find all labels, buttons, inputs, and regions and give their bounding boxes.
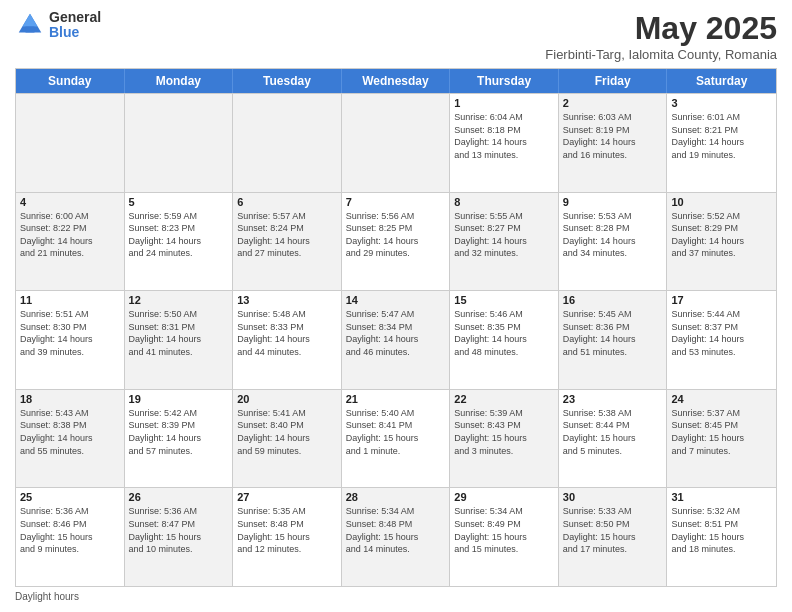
daylight-label: Daylight hours bbox=[15, 591, 79, 602]
day-info: Sunrise: 5:46 AM Sunset: 8:35 PM Dayligh… bbox=[454, 308, 554, 358]
day-number: 21 bbox=[346, 393, 446, 405]
day-number: 12 bbox=[129, 294, 229, 306]
calendar: SundayMondayTuesdayWednesdayThursdayFrid… bbox=[15, 68, 777, 587]
calendar-cell-day-17: 17Sunrise: 5:44 AM Sunset: 8:37 PM Dayli… bbox=[667, 291, 776, 389]
day-info: Sunrise: 6:01 AM Sunset: 8:21 PM Dayligh… bbox=[671, 111, 772, 161]
month-title: May 2025 bbox=[545, 10, 777, 47]
calendar-cell-day-22: 22Sunrise: 5:39 AM Sunset: 8:43 PM Dayli… bbox=[450, 390, 559, 488]
calendar-cell-day-30: 30Sunrise: 5:33 AM Sunset: 8:50 PM Dayli… bbox=[559, 488, 668, 586]
calendar-cell-empty bbox=[233, 94, 342, 192]
calendar-cell-day-10: 10Sunrise: 5:52 AM Sunset: 8:29 PM Dayli… bbox=[667, 193, 776, 291]
calendar-cell-day-8: 8Sunrise: 5:55 AM Sunset: 8:27 PM Daylig… bbox=[450, 193, 559, 291]
calendar-header: SundayMondayTuesdayWednesdayThursdayFrid… bbox=[16, 69, 776, 93]
weekday-header-wednesday: Wednesday bbox=[342, 69, 451, 93]
day-number: 8 bbox=[454, 196, 554, 208]
svg-marker-1 bbox=[23, 14, 38, 27]
day-info: Sunrise: 5:48 AM Sunset: 8:33 PM Dayligh… bbox=[237, 308, 337, 358]
day-info: Sunrise: 5:38 AM Sunset: 8:44 PM Dayligh… bbox=[563, 407, 663, 457]
day-info: Sunrise: 6:04 AM Sunset: 8:18 PM Dayligh… bbox=[454, 111, 554, 161]
day-info: Sunrise: 5:42 AM Sunset: 8:39 PM Dayligh… bbox=[129, 407, 229, 457]
calendar-cell-day-21: 21Sunrise: 5:40 AM Sunset: 8:41 PM Dayli… bbox=[342, 390, 451, 488]
calendar-cell-day-15: 15Sunrise: 5:46 AM Sunset: 8:35 PM Dayli… bbox=[450, 291, 559, 389]
day-info: Sunrise: 6:03 AM Sunset: 8:19 PM Dayligh… bbox=[563, 111, 663, 161]
day-number: 2 bbox=[563, 97, 663, 109]
day-number: 10 bbox=[671, 196, 772, 208]
day-info: Sunrise: 5:50 AM Sunset: 8:31 PM Dayligh… bbox=[129, 308, 229, 358]
title-section: May 2025 Fierbinti-Targ, Ialomita County… bbox=[545, 10, 777, 62]
day-number: 29 bbox=[454, 491, 554, 503]
calendar-body: 1Sunrise: 6:04 AM Sunset: 8:18 PM Daylig… bbox=[16, 93, 776, 586]
calendar-cell-day-26: 26Sunrise: 5:36 AM Sunset: 8:47 PM Dayli… bbox=[125, 488, 234, 586]
logo: General Blue bbox=[15, 10, 101, 41]
calendar-cell-empty bbox=[125, 94, 234, 192]
day-info: Sunrise: 5:52 AM Sunset: 8:29 PM Dayligh… bbox=[671, 210, 772, 260]
day-number: 20 bbox=[237, 393, 337, 405]
day-info: Sunrise: 5:37 AM Sunset: 8:45 PM Dayligh… bbox=[671, 407, 772, 457]
weekday-header-thursday: Thursday bbox=[450, 69, 559, 93]
weekday-header-tuesday: Tuesday bbox=[233, 69, 342, 93]
calendar-cell-day-23: 23Sunrise: 5:38 AM Sunset: 8:44 PM Dayli… bbox=[559, 390, 668, 488]
location-subtitle: Fierbinti-Targ, Ialomita County, Romania bbox=[545, 47, 777, 62]
calendar-cell-day-3: 3Sunrise: 6:01 AM Sunset: 8:21 PM Daylig… bbox=[667, 94, 776, 192]
day-number: 24 bbox=[671, 393, 772, 405]
calendar-row-2: 4Sunrise: 6:00 AM Sunset: 8:22 PM Daylig… bbox=[16, 192, 776, 291]
day-number: 26 bbox=[129, 491, 229, 503]
day-number: 27 bbox=[237, 491, 337, 503]
day-number: 5 bbox=[129, 196, 229, 208]
calendar-row-1: 1Sunrise: 6:04 AM Sunset: 8:18 PM Daylig… bbox=[16, 93, 776, 192]
day-info: Sunrise: 5:51 AM Sunset: 8:30 PM Dayligh… bbox=[20, 308, 120, 358]
day-number: 22 bbox=[454, 393, 554, 405]
day-number: 14 bbox=[346, 294, 446, 306]
footer-note: Daylight hours bbox=[15, 587, 777, 602]
page: General Blue May 2025 Fierbinti-Targ, Ia… bbox=[0, 0, 792, 612]
calendar-cell-day-19: 19Sunrise: 5:42 AM Sunset: 8:39 PM Dayli… bbox=[125, 390, 234, 488]
calendar-cell-day-14: 14Sunrise: 5:47 AM Sunset: 8:34 PM Dayli… bbox=[342, 291, 451, 389]
calendar-cell-day-25: 25Sunrise: 5:36 AM Sunset: 8:46 PM Dayli… bbox=[16, 488, 125, 586]
calendar-cell-empty bbox=[16, 94, 125, 192]
day-info: Sunrise: 5:34 AM Sunset: 8:49 PM Dayligh… bbox=[454, 505, 554, 555]
day-number: 15 bbox=[454, 294, 554, 306]
logo-general-text: General bbox=[49, 10, 101, 25]
calendar-cell-day-27: 27Sunrise: 5:35 AM Sunset: 8:48 PM Dayli… bbox=[233, 488, 342, 586]
day-number: 4 bbox=[20, 196, 120, 208]
day-info: Sunrise: 5:39 AM Sunset: 8:43 PM Dayligh… bbox=[454, 407, 554, 457]
calendar-cell-day-6: 6Sunrise: 5:57 AM Sunset: 8:24 PM Daylig… bbox=[233, 193, 342, 291]
day-number: 28 bbox=[346, 491, 446, 503]
weekday-header-friday: Friday bbox=[559, 69, 668, 93]
day-number: 17 bbox=[671, 294, 772, 306]
calendar-cell-day-24: 24Sunrise: 5:37 AM Sunset: 8:45 PM Dayli… bbox=[667, 390, 776, 488]
day-number: 25 bbox=[20, 491, 120, 503]
calendar-cell-day-28: 28Sunrise: 5:34 AM Sunset: 8:48 PM Dayli… bbox=[342, 488, 451, 586]
calendar-cell-day-1: 1Sunrise: 6:04 AM Sunset: 8:18 PM Daylig… bbox=[450, 94, 559, 192]
day-number: 30 bbox=[563, 491, 663, 503]
weekday-header-saturday: Saturday bbox=[667, 69, 776, 93]
calendar-cell-day-2: 2Sunrise: 6:03 AM Sunset: 8:19 PM Daylig… bbox=[559, 94, 668, 192]
day-info: Sunrise: 6:00 AM Sunset: 8:22 PM Dayligh… bbox=[20, 210, 120, 260]
day-info: Sunrise: 5:32 AM Sunset: 8:51 PM Dayligh… bbox=[671, 505, 772, 555]
day-info: Sunrise: 5:40 AM Sunset: 8:41 PM Dayligh… bbox=[346, 407, 446, 457]
calendar-cell-day-11: 11Sunrise: 5:51 AM Sunset: 8:30 PM Dayli… bbox=[16, 291, 125, 389]
day-number: 7 bbox=[346, 196, 446, 208]
header: General Blue May 2025 Fierbinti-Targ, Ia… bbox=[15, 10, 777, 62]
calendar-row-3: 11Sunrise: 5:51 AM Sunset: 8:30 PM Dayli… bbox=[16, 290, 776, 389]
day-number: 19 bbox=[129, 393, 229, 405]
logo-blue-text: Blue bbox=[49, 25, 101, 40]
day-info: Sunrise: 5:53 AM Sunset: 8:28 PM Dayligh… bbox=[563, 210, 663, 260]
day-number: 31 bbox=[671, 491, 772, 503]
calendar-cell-day-12: 12Sunrise: 5:50 AM Sunset: 8:31 PM Dayli… bbox=[125, 291, 234, 389]
day-info: Sunrise: 5:45 AM Sunset: 8:36 PM Dayligh… bbox=[563, 308, 663, 358]
day-info: Sunrise: 5:44 AM Sunset: 8:37 PM Dayligh… bbox=[671, 308, 772, 358]
calendar-row-5: 25Sunrise: 5:36 AM Sunset: 8:46 PM Dayli… bbox=[16, 487, 776, 586]
calendar-cell-day-18: 18Sunrise: 5:43 AM Sunset: 8:38 PM Dayli… bbox=[16, 390, 125, 488]
weekday-header-monday: Monday bbox=[125, 69, 234, 93]
day-info: Sunrise: 5:41 AM Sunset: 8:40 PM Dayligh… bbox=[237, 407, 337, 457]
logo-icon bbox=[15, 10, 45, 40]
calendar-cell-day-13: 13Sunrise: 5:48 AM Sunset: 8:33 PM Dayli… bbox=[233, 291, 342, 389]
calendar-cell-day-31: 31Sunrise: 5:32 AM Sunset: 8:51 PM Dayli… bbox=[667, 488, 776, 586]
day-info: Sunrise: 5:34 AM Sunset: 8:48 PM Dayligh… bbox=[346, 505, 446, 555]
day-number: 9 bbox=[563, 196, 663, 208]
day-info: Sunrise: 5:36 AM Sunset: 8:46 PM Dayligh… bbox=[20, 505, 120, 555]
day-number: 3 bbox=[671, 97, 772, 109]
day-info: Sunrise: 5:36 AM Sunset: 8:47 PM Dayligh… bbox=[129, 505, 229, 555]
weekday-header-sunday: Sunday bbox=[16, 69, 125, 93]
